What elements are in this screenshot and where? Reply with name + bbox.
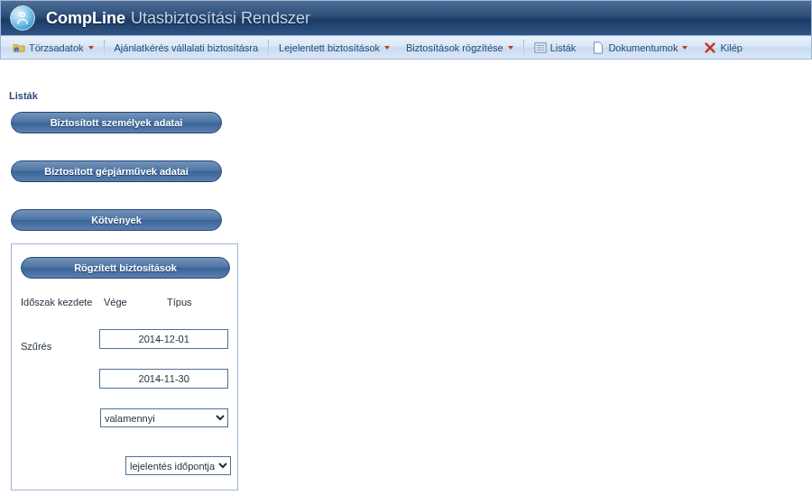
menu-label: Biztosítások rögzítése <box>406 42 503 53</box>
menu-dokumentumok[interactable]: Dokumentumok <box>584 37 696 59</box>
chevron-down-icon <box>508 46 513 50</box>
document-icon <box>592 41 604 54</box>
menu-label: Listák <box>550 42 577 53</box>
menu-label: Lejelentett biztosítások <box>279 42 380 53</box>
menu-lejelentett[interactable]: Lejelentett biztosítások <box>271 37 398 59</box>
chevron-down-icon <box>384 46 390 50</box>
btn-biztositott-szemelyek[interactable]: Biztosított személyek adatai <box>11 112 222 133</box>
side-panel: Biztosított személyek adatai Biztosított… <box>0 101 262 490</box>
menu-bar: i Törzsadatok Ajánlatkérés vállalati biz… <box>0 36 812 60</box>
col-tipus: Típus <box>167 297 192 307</box>
menu-listak[interactable]: Listák <box>526 37 585 59</box>
label-szures: Szűrés <box>21 341 76 352</box>
menu-label: Törzsadatok <box>29 42 84 53</box>
menu-label: Kilép <box>720 42 742 53</box>
svg-point-0 <box>21 13 25 17</box>
col-idoszak: Időszak kezdete <box>21 297 104 307</box>
input-date-start[interactable] <box>99 329 228 349</box>
btn-biztositott-gepjarmuvek[interactable]: Biztosított gépjárművek adatai <box>11 160 222 182</box>
menu-label: Ajánlatkérés vállalati biztosításra <box>115 42 259 53</box>
close-icon <box>704 41 716 54</box>
logo-icon <box>10 5 35 31</box>
app-title: CompLine Utasbiztosítási Rendszer <box>46 9 310 28</box>
chevron-down-icon <box>682 46 687 50</box>
select-lejelentes[interactable]: lejelentés időpontja <box>125 456 231 475</box>
list-icon <box>534 41 547 54</box>
page-title: Listák <box>9 90 812 101</box>
menu-separator <box>268 40 269 56</box>
chevron-down-icon <box>88 46 94 50</box>
menu-separator <box>523 40 524 56</box>
svg-text:i: i <box>16 47 17 51</box>
folder-info-icon: i <box>13 41 25 54</box>
filter-panel: Rögzített biztosítások Időszak kezdete V… <box>11 243 238 490</box>
filter-column-headers: Időszak kezdete Vége Típus <box>21 297 228 307</box>
brand-strong: CompLine <box>46 9 125 28</box>
select-valamennyi[interactable]: valamennyi <box>100 408 228 427</box>
menu-rogzitese[interactable]: Biztosítások rögzítése <box>398 37 521 59</box>
brand-light: Utasbiztosítási Rendszer <box>131 9 310 28</box>
menu-label: Dokumentumok <box>608 42 678 53</box>
btn-kotvenyek[interactable]: Kötvények <box>11 209 222 231</box>
menu-torzsadatok[interactable]: i Törzsadatok <box>5 37 102 59</box>
input-date-end[interactable] <box>99 369 228 389</box>
menu-ajanlatkeres[interactable]: Ajánlatkérés vállalati biztosításra <box>106 37 267 59</box>
app-header: CompLine Utasbiztosítási Rendszer <box>0 0 812 36</box>
menu-kilep[interactable]: Kilép <box>696 37 750 59</box>
btn-rogzitett-biztositasok[interactable]: Rögzített biztosítások <box>21 257 230 279</box>
menu-separator <box>104 40 105 56</box>
col-vege: Vége <box>104 297 167 307</box>
